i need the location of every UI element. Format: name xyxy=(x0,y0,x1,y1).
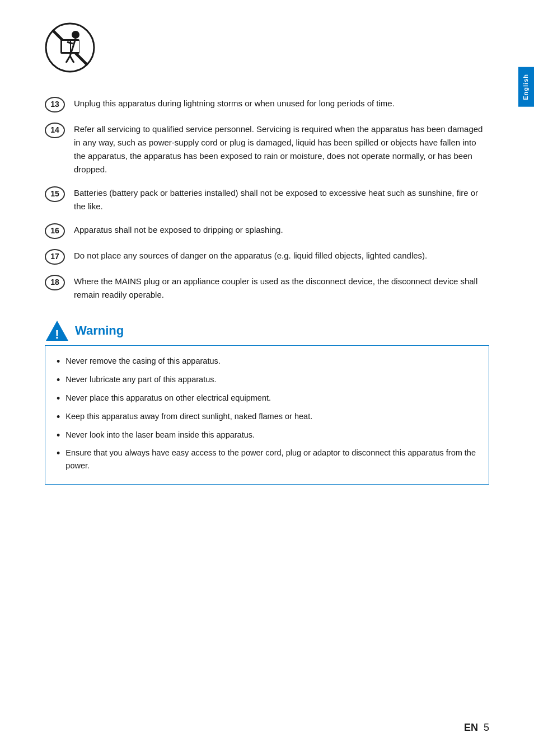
warning-list-item: Never remove the casing of this apparatu… xyxy=(57,355,477,370)
numbered-item: 13Unplug this apparatus during lightning… xyxy=(45,97,489,112)
item-number: 15 xyxy=(45,186,65,202)
warning-item-text: Keep this apparatus away from direct sun… xyxy=(65,410,477,422)
item-text: Apparatus shall not be exposed to drippi… xyxy=(74,223,489,237)
page-footer: EN 5 xyxy=(464,722,489,734)
warning-triangle-icon: ! xyxy=(45,318,69,343)
warning-list-item: Never place this apparatus on other elec… xyxy=(57,392,477,407)
item-text: Do not place any sources of danger on th… xyxy=(74,249,489,262)
warning-list-item: Ensure that you always have easy access … xyxy=(57,447,477,472)
numbered-item: 15Batteries (battery pack or batteries i… xyxy=(45,186,489,213)
svg-text:!: ! xyxy=(55,327,59,341)
footer-lang: EN xyxy=(464,722,478,734)
warning-item-text: Never lubricate any part of this apparat… xyxy=(65,373,477,386)
svg-line-10 xyxy=(70,56,74,63)
warning-section: ! Warning Never remove the casing of thi… xyxy=(45,318,489,485)
numbered-item: 16Apparatus shall not be exposed to drip… xyxy=(45,223,489,239)
warning-list-item: Keep this apparatus away from direct sun… xyxy=(57,410,477,425)
warning-item-text: Never place this apparatus on other elec… xyxy=(65,392,477,404)
numbered-item: 17Do not place any sources of danger on … xyxy=(45,249,489,265)
item-text: Batteries (battery pack or batteries ins… xyxy=(74,186,489,213)
item-number: 16 xyxy=(45,223,65,239)
logo-area xyxy=(45,22,489,74)
warning-item-text: Never look into the laser beam inside th… xyxy=(65,429,477,441)
logo-icon xyxy=(45,22,95,73)
english-tab: English xyxy=(518,67,534,107)
item-text: Refer all servicing to qualified service… xyxy=(74,123,489,176)
item-text: Where the MAINS plug or an appliance cou… xyxy=(74,275,489,302)
numbered-item: 14Refer all servicing to qualified servi… xyxy=(45,123,489,176)
numbered-item: 18Where the MAINS plug or an appliance c… xyxy=(45,275,489,302)
warning-list-item: Never look into the laser beam inside th… xyxy=(57,429,477,444)
warning-box: Never remove the casing of this apparatu… xyxy=(45,345,489,485)
svg-line-9 xyxy=(66,56,70,63)
warning-title: Warning xyxy=(75,323,124,338)
warning-list: Never remove the casing of this apparatu… xyxy=(57,355,477,472)
warning-header: ! Warning xyxy=(45,318,489,343)
warning-item-text: Ensure that you always have easy access … xyxy=(65,447,477,472)
item-number: 17 xyxy=(45,249,65,265)
item-number: 13 xyxy=(45,97,65,112)
svg-point-5 xyxy=(72,31,79,39)
warning-item-text: Never remove the casing of this apparatu… xyxy=(65,355,477,367)
numbered-list: 13Unplug this apparatus during lightning… xyxy=(45,97,489,302)
warning-list-item: Never lubricate any part of this apparat… xyxy=(57,373,477,388)
item-number: 18 xyxy=(45,275,65,290)
item-number: 14 xyxy=(45,123,65,138)
item-text: Unplug this apparatus during lightning s… xyxy=(74,97,489,110)
page-container: English 13Unplug this apparatus during l… xyxy=(0,0,534,756)
footer-page: 5 xyxy=(484,722,489,734)
